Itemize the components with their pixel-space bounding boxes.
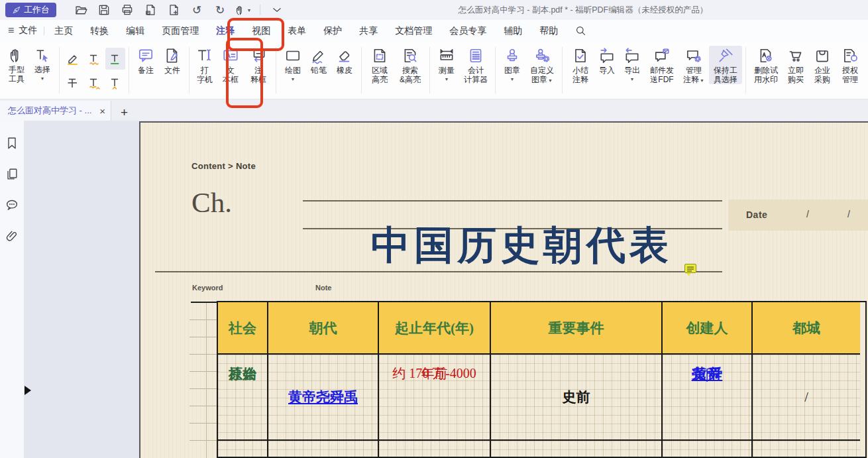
area-highlight-icon <box>371 47 388 64</box>
attachments-panel-button[interactable] <box>4 229 20 245</box>
callout-label: 注 释框 <box>250 66 266 84</box>
open-file-button[interactable] <box>72 2 89 18</box>
document-tab[interactable]: 怎么面对高中学习 - ... × <box>0 101 111 121</box>
margin-rule <box>190 354 219 355</box>
export-comments-button[interactable]: 导出 ▼ <box>619 46 645 82</box>
founder-link[interactable]: 尧|舜 <box>692 365 723 383</box>
strikethrough-button[interactable] <box>63 72 83 93</box>
import-bubble-icon <box>598 47 616 64</box>
pdf-page[interactable]: Content > Note Ch. 中国历史朝代表 Date / / Keyw… <box>139 121 868 458</box>
document-tab-label: 怎么面对高中学习 - ... <box>8 105 95 117</box>
delete-page-button[interactable] <box>142 2 159 18</box>
stamp-icon <box>504 47 521 64</box>
typewriter-button[interactable]: 打 字机 <box>193 46 217 84</box>
menu-item-comment[interactable]: 注释 <box>207 20 243 41</box>
ruled-line <box>303 200 722 201</box>
table-cell-empty <box>753 441 860 457</box>
summary-label: 小结 注释 <box>572 66 588 84</box>
menu-item-assist[interactable]: 辅助 <box>495 20 531 41</box>
menu-item-form[interactable]: 表单 <box>279 20 315 41</box>
note-annotation-icon[interactable] <box>684 264 696 273</box>
menu-item-pages[interactable]: 页面管理 <box>153 20 207 41</box>
panel-expand-handle[interactable] <box>25 386 31 395</box>
menu-item-view[interactable]: 视图 <box>243 20 279 41</box>
summarize-comments-button[interactable]: 小结 注释 <box>566 46 595 84</box>
search-button[interactable] <box>574 25 587 37</box>
email-fdf-icon <box>653 47 671 64</box>
insert-text-button[interactable] <box>105 72 125 93</box>
file-label: 文件 <box>164 66 180 75</box>
page-plus-icon <box>167 3 180 17</box>
comments-panel-button[interactable] <box>4 198 20 213</box>
manage-comments-button[interactable]: 管理 注释▼ <box>678 46 709 84</box>
underline-text-button[interactable] <box>105 48 125 70</box>
table-cell-founder: 黄帝 尧|舜 <box>663 355 753 441</box>
bookmarks-panel-button[interactable] <box>4 135 20 151</box>
pages-panel-button[interactable] <box>4 166 20 182</box>
drawing-button[interactable]: 绘图 ▼ <box>280 46 306 82</box>
menu-item-docmgmt[interactable]: 文档管理 <box>386 20 441 41</box>
dropdown-caret: ▼ <box>40 76 45 82</box>
hand-icon <box>9 47 25 64</box>
enterprise-purchase-button[interactable]: 企业 采购 <box>809 46 836 84</box>
file-attachment-button[interactable]: 文件 <box>159 46 186 76</box>
menu-item-protect[interactable]: 保护 <box>315 20 351 41</box>
menu-item-edit[interactable]: 编辑 <box>117 20 153 41</box>
highlight-text-button[interactable] <box>63 48 83 70</box>
date-label: Date <box>746 209 767 220</box>
pencil-icon <box>310 47 327 64</box>
squiggly-underline-icon <box>87 52 101 66</box>
textbox-button[interactable]: 文 本框 <box>217 46 244 84</box>
squiggly-underline-button[interactable] <box>84 48 104 70</box>
license-management-button[interactable]: 授权 管理 <box>836 46 865 84</box>
tab-close-button[interactable]: × <box>99 105 105 117</box>
menu-file-button[interactable]: ≡ 文件 <box>0 25 42 36</box>
ribbon-separator <box>745 47 746 93</box>
dynasty-link[interactable]: 黄帝尧舜禹 <box>288 388 358 406</box>
hand-mode-button[interactable]: ▼ <box>235 2 252 18</box>
select-tool-button[interactable]: 选择 ▼ <box>29 46 56 82</box>
pencil-button[interactable]: 铅笔 <box>306 46 331 76</box>
export-label: 导出 <box>624 66 640 75</box>
remove-watermark-button[interactable]: 删除试 用水印 <box>749 46 783 84</box>
enterprise-label: 企业 采购 <box>814 66 830 84</box>
save-button[interactable] <box>95 2 113 18</box>
drawing-label: 绘图 <box>285 66 301 75</box>
menu-item-convert[interactable]: 转换 <box>81 20 117 41</box>
note-comment-button[interactable]: 备注 <box>133 46 159 76</box>
customize-toolbar-button[interactable] <box>268 2 286 18</box>
print-button[interactable] <box>119 2 136 18</box>
add-page-button[interactable] <box>165 2 182 18</box>
area-highlight-button[interactable]: 区域 高亮 <box>365 46 394 84</box>
hand-small-icon <box>235 5 246 16</box>
undo-button[interactable]: ↺ <box>188 2 205 18</box>
chapter-label: Ch. <box>191 186 232 219</box>
export-bubble-icon <box>624 47 641 64</box>
ribbon-separator <box>129 47 129 93</box>
summary-page-icon <box>572 47 589 64</box>
hand-tool-button[interactable]: 手型 工具 <box>4 46 29 84</box>
new-tab-button[interactable]: + <box>121 106 128 119</box>
buy-now-button[interactable]: 立即 购买 <box>783 46 809 84</box>
menu-item-help[interactable]: 帮助 <box>531 20 567 41</box>
callout-button[interactable]: 注 释框 <box>244 46 272 84</box>
import-comments-button[interactable]: 导入 <box>595 46 619 76</box>
menu-item-share[interactable]: 共享 <box>351 20 386 41</box>
calculator-button[interactable]: 会计 计算器 <box>460 46 492 84</box>
floppy-save-icon <box>97 3 111 17</box>
menu-item-home[interactable]: 主页 <box>46 20 81 41</box>
keep-tool-selected-button[interactable]: 保持工 具选择 <box>709 46 742 84</box>
stamp-button[interactable]: 图章 ▼ <box>499 46 525 82</box>
measure-button[interactable]: 测量 ▼ <box>433 46 460 82</box>
eraser-button[interactable]: 橡皮 <box>331 46 358 76</box>
margin-rule-vertical <box>206 303 207 458</box>
search-highlight-button[interactable]: 搜索 &高亮 <box>394 46 426 84</box>
workspace-button[interactable]: 工作台 <box>5 3 56 17</box>
replace-text-button[interactable] <box>84 72 104 93</box>
custom-stamp-button[interactable]: 自定义 图章▼ <box>525 46 559 84</box>
table-header-event: 重要事件 <box>491 302 663 355</box>
menu-item-member[interactable]: 会员专享 <box>441 20 495 41</box>
redo-button[interactable]: ↻ <box>211 2 229 18</box>
margin-rule <box>190 371 219 372</box>
email-fdf-button[interactable]: 邮件发 送FDF <box>645 46 678 84</box>
